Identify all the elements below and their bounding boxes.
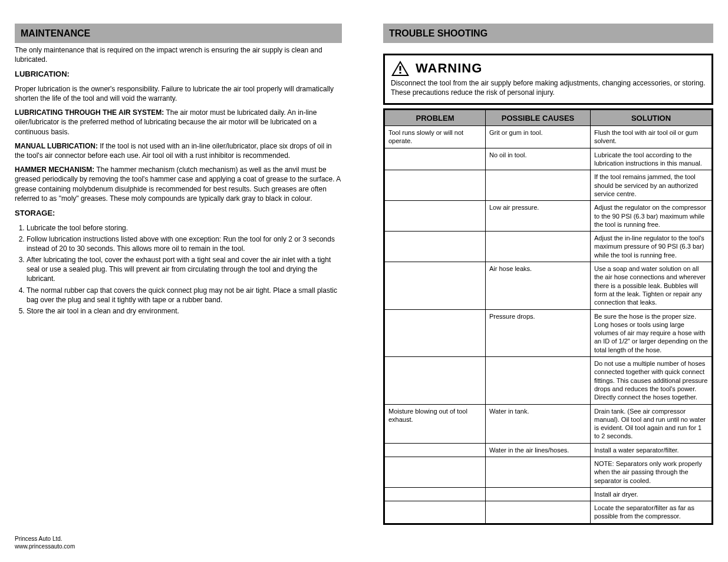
table-row: Pressure drops.Be sure the hose is the p… (384, 309, 713, 356)
table-cell: Water in tank. (486, 404, 591, 443)
list-item: After lubricating the tool, cover the ex… (27, 255, 342, 284)
list-item: The normal rubber cap that covers the qu… (27, 286, 342, 305)
table-cell: Air hose leaks. (486, 262, 591, 309)
warning-body: Disconnect the tool from the air supply … (391, 79, 706, 97)
table-row: Tool runs slowly or will not operate.Gri… (384, 126, 713, 148)
table-cell: Install a water separator/filter. (591, 443, 713, 457)
table-cell: Flush the tool with air tool oil or gum … (591, 126, 713, 148)
storage-list: Lubricate the tool before storing.Follow… (27, 223, 342, 316)
warning-icon (391, 60, 410, 77)
table-cell (486, 487, 591, 501)
table-cell: Install air dryer. (591, 487, 713, 501)
lubrication-title: LUBRICATION: (15, 69, 342, 80)
col-causes: POSSIBLE CAUSES (486, 110, 591, 126)
svg-rect-3 (400, 72, 401, 74)
table-cell: Tool runs slowly or will not operate. (384, 126, 486, 148)
footer: Princess Auto Ltd. www.princessauto.com (15, 535, 75, 550)
table-cell (486, 357, 591, 404)
storage-title: STORAGE: (15, 208, 342, 219)
maintenance-intro: The only maintenance that is required on… (15, 45, 342, 64)
table-cell: If the tool remains jammed, the tool sho… (591, 170, 713, 201)
maintenance-header: MAINTENANCE (15, 24, 342, 43)
table-cell: Locate the separator/filter as far as po… (591, 501, 713, 524)
table-cell: Do not use a multiple number of hoses co… (591, 357, 713, 404)
table-cell: Drain tank. (See air compressor manual).… (591, 404, 713, 443)
list-item: Lubricate the tool before storing. (27, 223, 342, 233)
list-item: Store the air tool in a clean and dry en… (27, 306, 342, 316)
col-problem: PROBLEM (384, 110, 486, 126)
table-cell (384, 309, 486, 356)
warning-box: WARNING Disconnect the tool from the air… (383, 54, 713, 105)
list-item: Follow lubrication instructions listed a… (27, 234, 342, 253)
table-cell (486, 232, 591, 262)
table-row: No oil in tool.Lubricate the tool accord… (384, 148, 713, 170)
troubleshooting-table: PROBLEM POSSIBLE CAUSES SOLUTION Tool ru… (383, 108, 713, 525)
table-row: Moisture blowing out of tool exhaust.Wat… (384, 404, 713, 443)
table-cell: Adjust the in-line regulator to the tool… (591, 232, 713, 262)
table-row: Locate the separator/filter as far as po… (384, 501, 713, 524)
table-cell: Low air pressure. (486, 201, 591, 232)
table-cell (384, 457, 486, 487)
table-row: Water in the air lines/hoses.Install a w… (384, 443, 713, 457)
manual-lubrication: MANUAL LUBRICATION: If the tool is not u… (15, 141, 342, 160)
table-cell: Pressure drops. (486, 309, 591, 356)
table-row: NOTE: Separators only work properly when… (384, 457, 713, 487)
table-row: Air hose leaks.Use a soap and water solu… (384, 262, 713, 309)
table-cell (384, 357, 486, 404)
footer-company: Princess Auto Ltd. (15, 535, 75, 543)
table-cell: Adjust the regulator on the compressor t… (591, 201, 713, 232)
table-cell: No oil in tool. (486, 148, 591, 170)
table-cell: Grit or gum in tool. (486, 126, 591, 148)
table-cell (486, 457, 591, 487)
table-cell: Moisture blowing out of tool exhaust. (384, 404, 486, 443)
warning-label: WARNING (416, 61, 482, 76)
table-cell (384, 232, 486, 262)
table-cell: Be sure the hose is the proper size. Lon… (591, 309, 713, 356)
table-cell (384, 501, 486, 524)
table-cell (384, 148, 486, 170)
col-solution: SOLUTION (591, 110, 713, 126)
table-cell (384, 443, 486, 457)
table-cell (486, 170, 591, 201)
table-cell (384, 201, 486, 232)
table-cell: NOTE: Separators only work properly when… (591, 457, 713, 487)
table-row: If the tool remains jammed, the tool sho… (384, 170, 713, 201)
svg-rect-2 (400, 66, 401, 71)
lube-through-air: LUBRICATING THROUGH THE AIR SYSTEM: The … (15, 108, 342, 137)
table-cell: Lubricate the tool according to the lubr… (591, 148, 713, 170)
lubrication-intro: Proper lubrication is the owner's respon… (15, 84, 342, 103)
table-row: Adjust the in-line regulator to the tool… (384, 232, 713, 262)
table-row: Low air pressure.Adjust the regulator on… (384, 201, 713, 232)
table-cell: Water in the air lines/hoses. (486, 443, 591, 457)
footer-site: www.princessauto.com (15, 543, 75, 550)
troubleshooting-header: TROUBLE SHOOTING (383, 24, 713, 43)
table-row: Install air dryer. (384, 487, 713, 501)
table-row: Do not use a multiple number of hoses co… (384, 357, 713, 404)
table-cell (486, 501, 591, 524)
table-cell (384, 170, 486, 201)
table-cell (384, 487, 486, 501)
table-cell: Use a soap and water solution on all the… (591, 262, 713, 309)
table-cell (384, 262, 486, 309)
hammer-mechanism: HAMMER MECHANISM: The hammer mechanism (… (15, 165, 342, 203)
